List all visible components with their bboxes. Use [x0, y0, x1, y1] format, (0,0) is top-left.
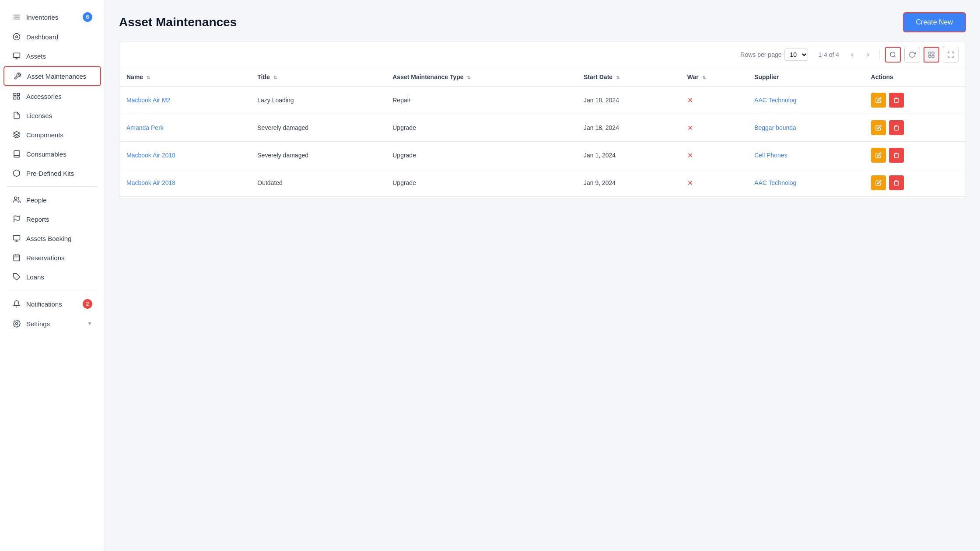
- svg-rect-5: [14, 53, 20, 58]
- create-new-button[interactable]: Create New: [903, 12, 966, 32]
- cell-supplier-1[interactable]: Beggar bounda: [747, 114, 864, 142]
- cell-type-1: Upgrade: [385, 114, 577, 142]
- consumables-icon: [12, 150, 21, 158]
- rows-per-page-container: Rows per page 10 25 50: [740, 49, 808, 61]
- sidebar-label-assets: Assets: [26, 52, 46, 60]
- cell-name-0[interactable]: Macbook Air M2: [119, 86, 250, 114]
- settings-icon: [12, 319, 21, 328]
- toolbar-divider: [879, 49, 880, 60]
- sidebar-item-inventories[interactable]: Inventories 6: [4, 7, 101, 27]
- edit-button-0[interactable]: [871, 93, 886, 108]
- warranty-x-icon: ✕: [687, 97, 693, 104]
- sidebar-item-accessories[interactable]: Accessories: [4, 87, 101, 105]
- col-name-sort-icon: ⇅: [147, 75, 150, 80]
- svg-rect-11: [14, 97, 16, 99]
- col-title: Title ⇅: [250, 68, 385, 86]
- svg-rect-9: [18, 93, 20, 95]
- cell-actions-2: [864, 142, 966, 169]
- table-row: Macbook Air 2018 Severely damaged Upgrad…: [119, 142, 966, 169]
- svg-rect-10: [18, 97, 20, 99]
- svg-point-4: [16, 36, 18, 38]
- sidebar-item-settings[interactable]: Settings ▼: [4, 314, 101, 333]
- rows-per-page-label: Rows per page: [740, 51, 781, 58]
- sidebar-item-reservations[interactable]: Reservations: [4, 248, 101, 267]
- assets-icon: [12, 52, 21, 60]
- sidebar-item-licenses[interactable]: Licenses: [4, 106, 101, 125]
- components-icon: [12, 130, 21, 139]
- sidebar-label-consumables: Consumables: [26, 150, 66, 158]
- assets-booking-icon: [12, 234, 21, 243]
- sidebar-item-asset-maintenances[interactable]: Asset Maintenances: [4, 66, 101, 86]
- sidebar-item-components[interactable]: Components: [4, 126, 101, 144]
- cell-actions-3: [864, 169, 966, 197]
- grid-icon: [928, 51, 935, 58]
- cell-supplier-2[interactable]: Cell Phones: [747, 142, 864, 169]
- search-toolbar-button[interactable]: [885, 47, 901, 63]
- sidebar-item-consumables[interactable]: Consumables: [4, 145, 101, 163]
- cell-name-3[interactable]: Macbook Air 2018: [119, 169, 250, 197]
- cell-actions-0: [864, 86, 966, 114]
- sidebar-item-assets-booking[interactable]: Assets Booking: [4, 229, 101, 248]
- sidebar-item-loans[interactable]: Loans: [4, 268, 101, 286]
- sidebar-item-dashboard[interactable]: Dashboard: [4, 28, 101, 46]
- refresh-toolbar-button[interactable]: [904, 47, 920, 63]
- delete-button-2[interactable]: [889, 148, 904, 163]
- delete-button-3[interactable]: [889, 175, 904, 190]
- col-start-date-sort-icon: ⇅: [616, 75, 620, 80]
- edit-button-1[interactable]: [871, 120, 886, 135]
- table-scroll-container[interactable]: Name ⇅ Title ⇅ Asset Maintenance Type ⇅: [119, 68, 966, 199]
- cell-supplier-3[interactable]: AAC Technolog: [747, 169, 864, 197]
- cell-warranty-3: ✕: [680, 169, 747, 197]
- sidebar-item-notifications[interactable]: Notifications 2: [4, 294, 101, 314]
- sidebar-label-people: People: [26, 196, 47, 204]
- svg-rect-8: [14, 93, 16, 95]
- cell-name-1[interactable]: Amanda Perk: [119, 114, 250, 142]
- sidebar-item-people[interactable]: People: [4, 191, 101, 209]
- col-type: Asset Maintenance Type ⇅: [385, 68, 577, 86]
- cell-name-2[interactable]: Macbook Air 2018: [119, 142, 250, 169]
- inventories-icon: [12, 13, 21, 21]
- grid-view-toolbar-button[interactable]: [924, 47, 939, 63]
- col-actions: Actions: [864, 68, 966, 86]
- cell-start-date-1: Jan 18, 2024: [577, 114, 680, 142]
- notifications-icon: [12, 300, 21, 308]
- expand-icon: [947, 51, 954, 58]
- cell-supplier-0[interactable]: AAC Technolog: [747, 86, 864, 114]
- search-icon: [889, 51, 896, 58]
- sidebar-label-notifications: Notifications: [26, 300, 62, 308]
- col-start-date: Start Date ⇅: [577, 68, 680, 86]
- cell-actions-1: [864, 114, 966, 142]
- cell-title-0: Lazy Loading: [250, 86, 385, 114]
- cell-title-2: Severely damaged: [250, 142, 385, 169]
- svg-rect-17: [14, 255, 20, 261]
- delete-button-0[interactable]: [889, 93, 904, 108]
- sidebar: Inventories 6 Dashboard Assets Asset Mai…: [0, 0, 105, 551]
- col-type-label: Asset Maintenance Type: [392, 73, 463, 80]
- pagination-prev-button[interactable]: ‹: [846, 49, 858, 61]
- sidebar-label-components: Components: [26, 131, 63, 139]
- table-row: Macbook Air 2018 Outdated Upgrade Jan 9,…: [119, 169, 966, 197]
- edit-button-3[interactable]: [871, 175, 886, 190]
- svg-point-3: [14, 34, 20, 40]
- svg-point-23: [890, 52, 895, 57]
- rows-per-page-select[interactable]: 10 25 50: [784, 49, 808, 61]
- sidebar-label-asset-maintenances: Asset Maintenances: [27, 73, 86, 80]
- sidebar-label-reservations: Reservations: [26, 254, 65, 262]
- edit-button-2[interactable]: [871, 148, 886, 163]
- svg-line-24: [894, 56, 896, 57]
- col-start-date-label: Start Date: [584, 73, 612, 80]
- sidebar-label-predefined-kits: Pre-Defined Kits: [26, 170, 74, 177]
- svg-point-22: [16, 323, 18, 325]
- cell-title-1: Severely damaged: [250, 114, 385, 142]
- pagination-next-button[interactable]: ›: [862, 49, 874, 61]
- cell-start-date-3: Jan 9, 2024: [577, 169, 680, 197]
- expand-toolbar-button[interactable]: [943, 47, 959, 63]
- sidebar-label-dashboard: Dashboard: [26, 33, 58, 41]
- sidebar-item-predefined-kits[interactable]: Pre-Defined Kits: [4, 164, 101, 182]
- sidebar-item-assets[interactable]: Assets: [4, 47, 101, 65]
- inventories-badge: 6: [83, 12, 92, 22]
- col-warranty-sort-icon: ⇅: [702, 75, 706, 80]
- sidebar-label-licenses: Licenses: [26, 112, 52, 119]
- sidebar-item-reports[interactable]: Reports: [4, 210, 101, 228]
- delete-button-1[interactable]: [889, 120, 904, 135]
